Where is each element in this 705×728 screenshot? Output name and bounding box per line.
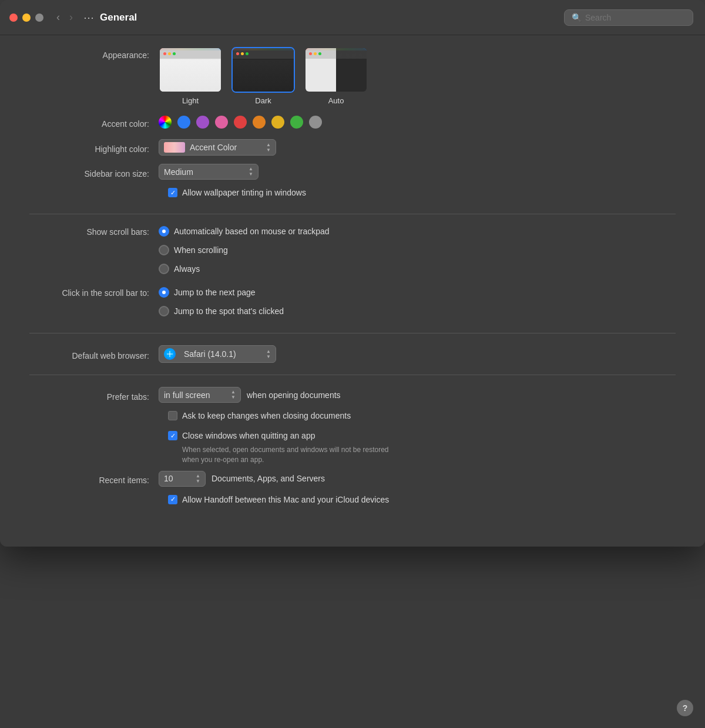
auto-thumbnail xyxy=(304,47,368,93)
thumb-content-light xyxy=(160,60,221,92)
show-scrollbars-row: Show scroll bars: Automatically based on… xyxy=(29,226,676,279)
scrollbars-always-radio[interactable] xyxy=(159,264,169,274)
dot-red xyxy=(236,52,239,55)
sidebar-icon-size-row: Sidebar icon size: Medium ▲ ▼ xyxy=(29,164,676,180)
dot-yellow xyxy=(241,52,244,55)
search-input[interactable] xyxy=(585,13,686,22)
close-button[interactable] xyxy=(9,14,18,22)
handoff-row: ✓ Allow Handoff between this Mac and you… xyxy=(168,495,676,509)
chev-down: ▼ xyxy=(249,172,253,177)
accent-orange[interactable] xyxy=(253,116,266,129)
accent-color-row: Accent color: xyxy=(29,116,676,129)
accent-blue[interactable] xyxy=(177,116,190,129)
accent-purple[interactable] xyxy=(196,116,209,129)
show-scrollbars-label: Show scroll bars: xyxy=(29,226,159,237)
scrollbars-auto-label: Automatically based on mouse or trackpad xyxy=(174,227,330,236)
scrollbars-auto-radio[interactable] xyxy=(159,226,169,237)
accent-multicolor[interactable] xyxy=(159,116,172,129)
search-icon: 🔍 xyxy=(572,13,582,22)
scrollbars-scrolling-label: When scrolling xyxy=(174,245,228,255)
handoff-checkbox[interactable]: ✓ xyxy=(168,495,177,504)
prefer-tabs-wrapper: in full screen ▲ ▼ xyxy=(159,387,241,403)
wallpaper-tinting-checkbox[interactable]: ✓ xyxy=(168,188,177,197)
back-arrow[interactable]: ‹ xyxy=(53,10,63,25)
appearance-label: Appearance: xyxy=(29,47,159,60)
click-scrollbar-options: Jump to the next page Jump to the spot t… xyxy=(159,287,284,321)
chev-up: ▲ xyxy=(249,167,253,171)
prefer-tabs-value: in full screen xyxy=(164,390,210,400)
appearance-dark[interactable]: Dark xyxy=(231,47,295,105)
auto-thumb-bg xyxy=(306,48,367,92)
titlebar: ‹ › ⋯ General 🔍 xyxy=(0,0,705,35)
sidebar-icon-size-select[interactable]: Medium ▲ ▼ xyxy=(159,164,258,180)
sidebar-size-chevron-icon: ▲ ▼ xyxy=(249,167,253,177)
recent-items-label: Recent items: xyxy=(29,472,159,485)
wallpaper-tinting-label: Allow wallpaper tinting in windows xyxy=(182,188,306,197)
highlight-color-row: Highlight color: Accent Color ▲ ▼ xyxy=(29,139,676,156)
dot-red xyxy=(309,52,312,55)
close-windows-checkbox[interactable]: ✓ xyxy=(168,431,177,440)
highlight-color-select[interactable]: Accent Color ▲ ▼ xyxy=(159,139,276,156)
checkmark: ✓ xyxy=(170,433,176,439)
chev-down: ▼ xyxy=(196,479,200,484)
default-browser-wrapper: Safari (14.0.1) ▲ ▼ xyxy=(159,345,276,363)
close-windows-checkbox-row: ✓ Close windows when quitting an app xyxy=(168,431,676,440)
light-thumbnail xyxy=(159,47,222,93)
main-window: ‹ › ⋯ General 🔍 Appearance: xyxy=(0,0,705,547)
chev-up: ▲ xyxy=(196,474,200,478)
fullscreen-button[interactable] xyxy=(35,14,43,22)
dot-green xyxy=(173,52,176,55)
content-area: Appearance: xyxy=(0,35,705,547)
scrollbars-scrolling-radio[interactable] xyxy=(159,245,169,255)
ask-keep-checkbox-row: Ask to keep changes when closing documen… xyxy=(168,411,351,420)
help-button[interactable]: ? xyxy=(677,700,693,716)
chev-down: ▼ xyxy=(266,148,271,153)
jump-next-page-row: Jump to the next page xyxy=(159,287,284,298)
appearance-light[interactable]: Light xyxy=(159,47,222,105)
wallpaper-checkbox-row: ✓ Allow wallpaper tinting in windows xyxy=(168,188,306,197)
chev-down: ▼ xyxy=(231,395,236,400)
recent-items-suffix: Documents, Apps, and Servers xyxy=(212,474,325,483)
scrollbars-always-label: Always xyxy=(174,264,200,274)
thumb-bar-light xyxy=(160,48,221,59)
ask-keep-changes-checkbox[interactable] xyxy=(168,411,177,420)
thumb-content-dark xyxy=(233,60,294,92)
accent-red[interactable] xyxy=(234,116,247,129)
scrollbars-auto-row: Automatically based on mouse or trackpad xyxy=(159,226,330,237)
auto-label: Auto xyxy=(328,96,344,105)
accent-pink[interactable] xyxy=(215,116,228,129)
default-browser-select[interactable]: Safari (14.0.1) ▲ ▼ xyxy=(159,345,276,363)
default-browser-value: Safari (14.0.1) xyxy=(184,349,236,359)
grid-icon[interactable]: ⋯ xyxy=(83,11,94,24)
accent-yellow[interactable] xyxy=(271,116,284,129)
dot-red xyxy=(163,52,166,55)
highlight-swatch xyxy=(164,142,185,153)
recent-items-value: 10 xyxy=(164,474,173,483)
close-windows-subtext: When selected, open documents and window… xyxy=(168,445,676,465)
chev-up: ▲ xyxy=(231,390,236,395)
minimize-button[interactable] xyxy=(22,14,31,22)
recent-items-content: 10 ▲ ▼ Documents, Apps, and Servers xyxy=(159,471,325,487)
traffic-lights xyxy=(9,14,43,22)
ask-keep-changes-label: Ask to keep changes when closing documen… xyxy=(182,411,351,420)
prefer-tabs-label: Prefer tabs: xyxy=(29,389,159,402)
page-title: General xyxy=(100,12,137,23)
appearance-auto[interactable]: Auto xyxy=(304,47,368,105)
divider-3 xyxy=(29,375,676,375)
accent-color-label: Accent color: xyxy=(29,116,159,129)
accent-green[interactable] xyxy=(290,116,303,129)
search-box[interactable]: 🔍 xyxy=(564,9,693,26)
forward-arrow[interactable]: › xyxy=(66,10,76,25)
accent-graphite[interactable] xyxy=(309,116,322,129)
divider-1 xyxy=(29,214,676,214)
prefer-tabs-select[interactable]: in full screen ▲ ▼ xyxy=(159,387,241,403)
jump-next-page-radio[interactable] xyxy=(159,287,169,298)
checkmark: ✓ xyxy=(170,190,176,196)
browser-chevron-icon: ▲ ▼ xyxy=(266,349,271,359)
jump-spot-radio[interactable] xyxy=(159,306,169,316)
handoff-checkbox-row: ✓ Allow Handoff between this Mac and you… xyxy=(168,495,389,504)
recent-items-stepper[interactable]: 10 ▲ ▼ xyxy=(159,471,206,487)
sidebar-icon-size-label: Sidebar icon size: xyxy=(29,166,159,178)
click-scrollbar-label: Click in the scroll bar to: xyxy=(29,287,159,298)
radio-inner xyxy=(162,230,166,233)
